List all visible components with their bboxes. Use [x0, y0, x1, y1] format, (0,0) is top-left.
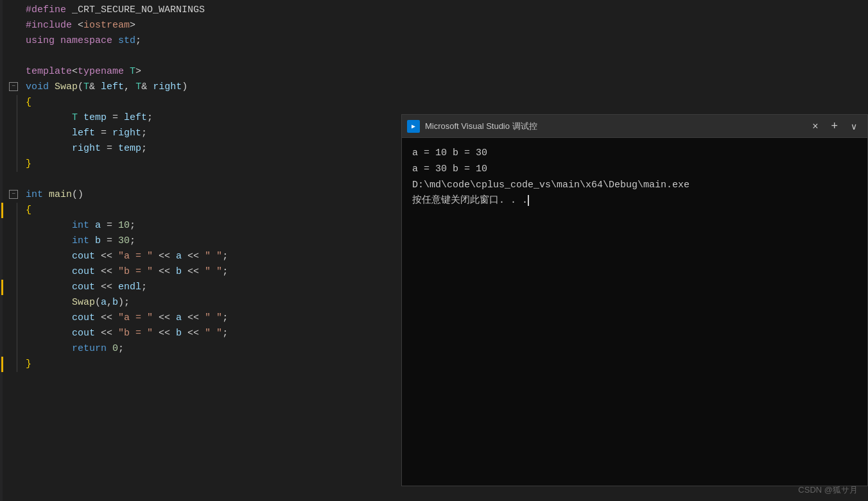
code-line-12 — [26, 172, 401, 187]
code-line-5: template<typename T> — [26, 64, 401, 80]
terminal-line-1: a = 10 b = 30 — [412, 146, 857, 162]
code-line-9: left = right; — [26, 126, 401, 141]
terminal-line-2: a = 30 b = 10 — [412, 162, 857, 178]
code-line-19: cout << endl; — [26, 280, 401, 295]
code-line-16: int b = 30; — [26, 234, 401, 249]
vs-icon: ▶ — [407, 120, 420, 133]
terminal-line-3: D:\md\code\cplus_code_vs\main\x64\Debug\… — [412, 178, 857, 194]
code-line-15: int a = 10; — [26, 218, 401, 234]
code-editor[interactable]: #define _CRT_SECURE_NO_WARNINGS #include… — [0, 0, 401, 501]
terminal-close-button[interactable]: × — [807, 119, 823, 133]
code-line-4 — [26, 49, 401, 64]
code-line-22: cout << "b = " << b << " "; — [26, 326, 401, 341]
code-line-7: { — [26, 95, 401, 110]
code-line-21: cout << "a = " << a << " "; — [26, 310, 401, 326]
collapse-main-icon[interactable]: − — [9, 190, 18, 199]
code-line-8: T temp = left; — [26, 110, 401, 126]
terminal-title-text: Microsoft Visual Studio 调试控 — [425, 121, 802, 132]
code-line-20: Swap(a,b); — [26, 295, 401, 310]
terminal-chevron-button[interactable]: ∨ — [846, 120, 862, 133]
code-line-18: cout << "b = " << b << " "; — [26, 264, 401, 280]
code-line-3: using namespace std; — [26, 33, 401, 49]
code-line-14: { — [26, 203, 401, 218]
code-line-10: right = temp; — [26, 141, 401, 157]
code-line-23: return 0; — [26, 341, 401, 357]
code-line-1: #define _CRT_SECURE_NO_WARNINGS — [26, 3, 401, 18]
terminal-body: a = 10 b = 30 a = 30 b = 10 D:\md\code\c… — [402, 138, 867, 486]
code-line-17: cout << "a = " << a << " "; — [26, 249, 401, 264]
collapse-swap-icon[interactable]: − — [9, 82, 18, 91]
terminal-window[interactable]: ▶ Microsoft Visual Studio 调试控 × + ∨ a = … — [401, 114, 868, 486]
code-line-24: } — [26, 357, 401, 372]
code-line-11: } — [26, 157, 401, 172]
cursor-blink — [528, 195, 529, 206]
terminal-titlebar: ▶ Microsoft Visual Studio 调试控 × + ∨ — [402, 115, 867, 138]
code-line-2: #include <iostream> — [26, 18, 401, 33]
code-line-13: − int main() — [26, 187, 401, 203]
terminal-plus-button[interactable]: + — [826, 118, 843, 134]
terminal-line-4: 按任意键关闭此窗口. . . — [412, 193, 857, 209]
code-line-6: − void Swap(T& left, T& right) — [26, 80, 401, 95]
